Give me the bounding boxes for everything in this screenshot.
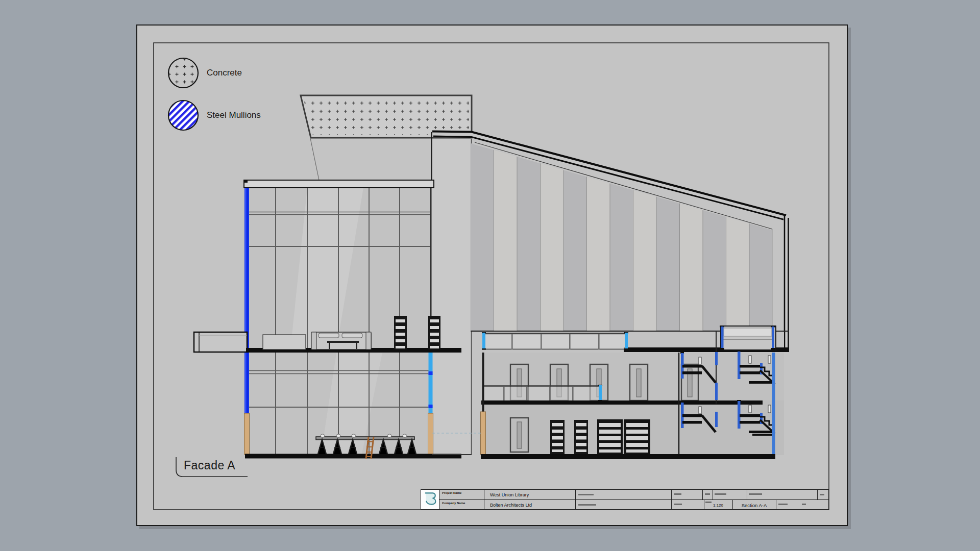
- drawing-sheet: Concrete Steel Mullions Facade A: [136, 24, 848, 526]
- scale-value: 1:120: [704, 503, 732, 508]
- walkway-railing: [482, 385, 602, 402]
- steel-mullion-cyan: [429, 350, 433, 413]
- mezzanine-furniture: [263, 332, 371, 349]
- steel-mullions-swatch-icon: [165, 97, 201, 133]
- mezzanine-railing: [482, 332, 628, 350]
- sheet-title-value: Section A-A: [732, 503, 776, 508]
- cantilever-slab: [194, 332, 247, 352]
- company-logo: [421, 490, 439, 509]
- architectural-section-drawing: [137, 26, 849, 527]
- concrete-swatch-icon: [165, 55, 201, 91]
- logo-icon: [421, 490, 438, 509]
- legend-label-concrete: Concrete: [207, 68, 242, 78]
- steel-mullion-blue: [244, 188, 249, 413]
- company-name-label: Company Name: [442, 502, 465, 505]
- project-name-value: West Union Library: [490, 492, 529, 497]
- desktop-canvas: Concrete Steel Mullions Facade A: [0, 0, 980, 551]
- company-name-value: Bolten Architects Ltd: [490, 503, 532, 508]
- legend-label-steel-mullions: Steel Mullions: [207, 110, 261, 120]
- project-name-label: Project Name: [442, 491, 461, 494]
- title-block: Project Name West Union Library Company …: [421, 489, 829, 510]
- view-label: Facade A: [184, 459, 235, 472]
